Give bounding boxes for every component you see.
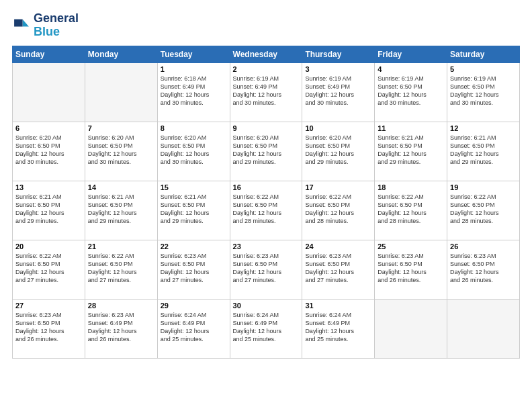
- cell-info: Sunrise: 6:21 AM Sunset: 6:50 PM Dayligh…: [378, 134, 444, 167]
- day-number: 18: [378, 183, 444, 191]
- logo-text-line2: Blue: [34, 26, 79, 39]
- cell-info: Sunrise: 6:19 AM Sunset: 6:50 PM Dayligh…: [450, 75, 517, 107]
- cell-info: Sunrise: 6:23 AM Sunset: 6:50 PM Dayligh…: [450, 252, 517, 285]
- day-number: 4: [378, 65, 444, 73]
- calendar-cell: 26Sunrise: 6:23 AM Sunset: 6:50 PM Dayli…: [447, 240, 520, 299]
- day-number: 11: [378, 124, 444, 132]
- calendar-cell: [375, 299, 447, 358]
- cell-info: Sunrise: 6:23 AM Sunset: 6:50 PM Dayligh…: [233, 252, 300, 285]
- cell-info: Sunrise: 6:19 AM Sunset: 6:49 PM Dayligh…: [233, 75, 300, 107]
- calendar-cell: 31Sunrise: 6:24 AM Sunset: 6:49 PM Dayli…: [302, 299, 375, 358]
- day-number: 25: [378, 242, 444, 250]
- cell-info: Sunrise: 6:21 AM Sunset: 6:50 PM Dayligh…: [450, 134, 517, 167]
- day-number: 16: [233, 183, 300, 191]
- day-number: 17: [305, 183, 371, 191]
- header: General Blue: [12, 12, 520, 39]
- page: General Blue SundayMondayTuesdayWednesda…: [0, 0, 532, 411]
- day-number: 5: [450, 65, 517, 73]
- cell-info: Sunrise: 6:19 AM Sunset: 6:49 PM Dayligh…: [305, 75, 371, 107]
- day-number: 1: [161, 65, 227, 73]
- day-number: 23: [233, 242, 300, 250]
- cell-info: Sunrise: 6:22 AM Sunset: 6:50 PM Dayligh…: [15, 252, 82, 285]
- cell-info: Sunrise: 6:23 AM Sunset: 6:50 PM Dayligh…: [305, 252, 371, 285]
- calendar-cell: 27Sunrise: 6:23 AM Sunset: 6:50 PM Dayli…: [13, 299, 85, 358]
- day-header-monday: Monday: [85, 46, 157, 62]
- cell-info: Sunrise: 6:21 AM Sunset: 6:50 PM Dayligh…: [88, 193, 154, 226]
- day-number: 21: [88, 242, 154, 250]
- cell-info: Sunrise: 6:23 AM Sunset: 6:50 PM Dayligh…: [378, 252, 444, 285]
- day-number: 3: [305, 65, 371, 73]
- cell-info: Sunrise: 6:20 AM Sunset: 6:50 PM Dayligh…: [15, 134, 82, 167]
- day-number: 10: [305, 124, 371, 132]
- cell-info: Sunrise: 6:18 AM Sunset: 6:49 PM Dayligh…: [161, 75, 227, 107]
- calendar-cell: 28Sunrise: 6:23 AM Sunset: 6:49 PM Dayli…: [85, 299, 157, 358]
- day-number: 29: [161, 302, 227, 310]
- day-number: 2: [233, 65, 300, 73]
- day-number: 14: [88, 183, 154, 191]
- day-number: 27: [15, 302, 82, 310]
- calendar-cell: 7Sunrise: 6:20 AM Sunset: 6:50 PM Daylig…: [85, 122, 157, 181]
- day-header-sunday: Sunday: [13, 46, 85, 62]
- cell-info: Sunrise: 6:23 AM Sunset: 6:49 PM Dayligh…: [88, 311, 154, 344]
- day-number: 12: [450, 124, 517, 132]
- calendar-cell: 9Sunrise: 6:20 AM Sunset: 6:50 PM Daylig…: [230, 122, 302, 181]
- calendar-cell: 23Sunrise: 6:23 AM Sunset: 6:50 PM Dayli…: [230, 240, 302, 299]
- cell-info: Sunrise: 6:22 AM Sunset: 6:50 PM Dayligh…: [305, 193, 371, 226]
- day-header-row: SundayMondayTuesdayWednesdayThursdayFrid…: [13, 46, 520, 62]
- calendar-table: SundayMondayTuesdayWednesdayThursdayFrid…: [12, 46, 520, 359]
- cell-info: Sunrise: 6:19 AM Sunset: 6:50 PM Dayligh…: [378, 75, 444, 107]
- cell-info: Sunrise: 6:24 AM Sunset: 6:49 PM Dayligh…: [233, 311, 300, 344]
- cell-info: Sunrise: 6:22 AM Sunset: 6:50 PM Dayligh…: [233, 193, 300, 226]
- cell-info: Sunrise: 6:21 AM Sunset: 6:50 PM Dayligh…: [161, 193, 227, 226]
- day-number: 15: [161, 183, 227, 191]
- cell-info: Sunrise: 6:22 AM Sunset: 6:50 PM Dayligh…: [88, 252, 154, 285]
- calendar-cell: 8Sunrise: 6:20 AM Sunset: 6:50 PM Daylig…: [157, 122, 230, 181]
- calendar-cell: 4Sunrise: 6:19 AM Sunset: 6:50 PM Daylig…: [375, 62, 447, 122]
- calendar-cell: 19Sunrise: 6:22 AM Sunset: 6:50 PM Dayli…: [447, 181, 520, 240]
- calendar-cell: 3Sunrise: 6:19 AM Sunset: 6:49 PM Daylig…: [302, 62, 375, 122]
- calendar-cell: 30Sunrise: 6:24 AM Sunset: 6:49 PM Dayli…: [230, 299, 302, 358]
- cell-info: Sunrise: 6:23 AM Sunset: 6:50 PM Dayligh…: [15, 311, 82, 344]
- calendar-cell: 17Sunrise: 6:22 AM Sunset: 6:50 PM Dayli…: [302, 181, 375, 240]
- day-header-friday: Friday: [375, 46, 447, 62]
- cell-info: Sunrise: 6:21 AM Sunset: 6:50 PM Dayligh…: [15, 193, 82, 226]
- cell-info: Sunrise: 6:20 AM Sunset: 6:50 PM Dayligh…: [161, 134, 227, 167]
- logo-icon: [12, 16, 31, 35]
- day-number: 19: [450, 183, 517, 191]
- calendar-cell: 21Sunrise: 6:22 AM Sunset: 6:50 PM Dayli…: [85, 240, 157, 299]
- day-number: 6: [15, 124, 82, 132]
- calendar-cell: 1Sunrise: 6:18 AM Sunset: 6:49 PM Daylig…: [157, 62, 230, 122]
- calendar-cell: 11Sunrise: 6:21 AM Sunset: 6:50 PM Dayli…: [375, 122, 447, 181]
- calendar-cell: 16Sunrise: 6:22 AM Sunset: 6:50 PM Dayli…: [230, 181, 302, 240]
- day-number: 20: [15, 242, 82, 250]
- calendar-week-0: 1Sunrise: 6:18 AM Sunset: 6:49 PM Daylig…: [13, 62, 520, 122]
- calendar-cell: 5Sunrise: 6:19 AM Sunset: 6:50 PM Daylig…: [447, 62, 520, 122]
- calendar-cell: 20Sunrise: 6:22 AM Sunset: 6:50 PM Dayli…: [13, 240, 85, 299]
- calendar-cell: 10Sunrise: 6:20 AM Sunset: 6:50 PM Dayli…: [302, 122, 375, 181]
- day-number: 7: [88, 124, 154, 132]
- svg-rect-1: [14, 19, 22, 26]
- day-number: 9: [233, 124, 300, 132]
- calendar-cell: [85, 62, 157, 122]
- cell-info: Sunrise: 6:24 AM Sunset: 6:49 PM Dayligh…: [161, 311, 227, 344]
- cell-info: Sunrise: 6:20 AM Sunset: 6:50 PM Dayligh…: [305, 134, 371, 167]
- day-number: 22: [161, 242, 227, 250]
- calendar-cell: 14Sunrise: 6:21 AM Sunset: 6:50 PM Dayli…: [85, 181, 157, 240]
- day-header-thursday: Thursday: [302, 46, 375, 62]
- calendar-week-3: 20Sunrise: 6:22 AM Sunset: 6:50 PM Dayli…: [13, 240, 520, 299]
- day-number: 28: [88, 302, 154, 310]
- calendar-cell: 22Sunrise: 6:23 AM Sunset: 6:50 PM Dayli…: [157, 240, 230, 299]
- day-header-saturday: Saturday: [447, 46, 520, 62]
- calendar-cell: 2Sunrise: 6:19 AM Sunset: 6:49 PM Daylig…: [230, 62, 302, 122]
- calendar-cell: [13, 62, 85, 122]
- cell-info: Sunrise: 6:20 AM Sunset: 6:50 PM Dayligh…: [233, 134, 300, 167]
- calendar-cell: 18Sunrise: 6:22 AM Sunset: 6:50 PM Dayli…: [375, 181, 447, 240]
- logo-text-line1: General: [34, 12, 79, 26]
- svg-marker-0: [23, 19, 29, 26]
- calendar-cell: 15Sunrise: 6:21 AM Sunset: 6:50 PM Dayli…: [157, 181, 230, 240]
- calendar-cell: 6Sunrise: 6:20 AM Sunset: 6:50 PM Daylig…: [13, 122, 85, 181]
- day-number: 8: [161, 124, 227, 132]
- calendar-cell: 24Sunrise: 6:23 AM Sunset: 6:50 PM Dayli…: [302, 240, 375, 299]
- cell-info: Sunrise: 6:22 AM Sunset: 6:50 PM Dayligh…: [450, 193, 517, 226]
- calendar-cell: 29Sunrise: 6:24 AM Sunset: 6:49 PM Dayli…: [157, 299, 230, 358]
